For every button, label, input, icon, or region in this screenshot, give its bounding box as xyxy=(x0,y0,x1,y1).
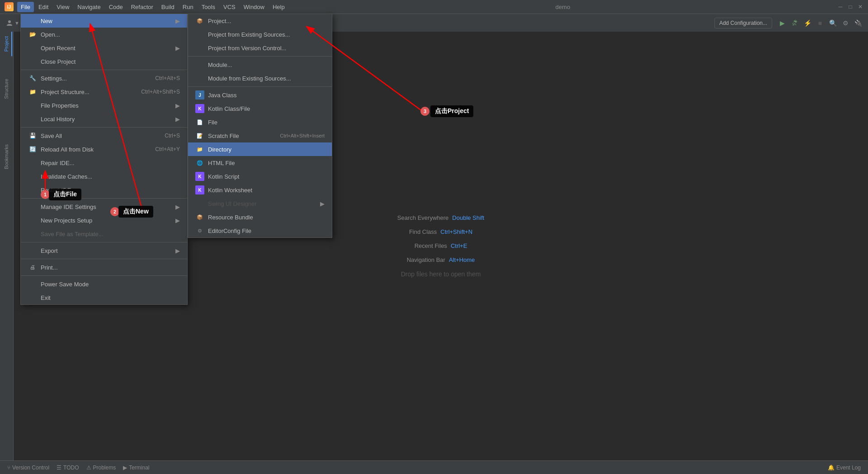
drop-files-label: Drop files here to open them xyxy=(401,270,481,278)
add-configuration-button[interactable]: Add Configuration... xyxy=(714,18,772,28)
menu-edit[interactable]: Edit xyxy=(35,2,52,12)
file-menu-close-project[interactable]: Close Project xyxy=(21,55,187,68)
open-recent-icon xyxy=(28,43,37,52)
file-menu-print[interactable]: 🖨 Print... xyxy=(21,261,187,274)
version-control-tab[interactable]: ⑂ Version Control xyxy=(4,465,53,471)
sidebar-tab-project[interactable]: Project xyxy=(1,32,12,56)
file-menu-file-properties-label: File Properties xyxy=(41,102,79,109)
scratch-shortcut: Ctrl+Alt+Shift+Insert xyxy=(280,133,325,138)
file-menu-new-projects-setup[interactable]: New Projects Setup ▶ xyxy=(21,213,187,227)
menu-code[interactable]: Code xyxy=(105,2,127,12)
menu-refactor[interactable]: Refactor xyxy=(127,2,157,12)
new-submenu-swing[interactable]: Swing UI Designer ▶ xyxy=(188,197,332,210)
project-vcs-icon xyxy=(195,43,204,52)
new-submenu-dropdown: 📦 Project... Project from Existing Sourc… xyxy=(188,14,332,238)
file-menu-save-as-template[interactable]: Save File as Template... xyxy=(21,227,187,241)
file-menu-repair-ide[interactable]: Repair IDE... xyxy=(21,156,187,170)
settings-button[interactable]: ⚙ xyxy=(839,17,852,29)
file-menu-reload-all[interactable]: 🔄 Reload All from Disk Ctrl+Alt+Y xyxy=(21,142,187,156)
new-submenu-html-label: HTML File xyxy=(208,160,235,166)
new-submenu-project-vcs[interactable]: Project from Version Control... xyxy=(188,41,332,55)
menu-file[interactable]: File xyxy=(17,2,34,12)
restart-icon xyxy=(28,185,37,194)
terminal-tab[interactable]: ▶ Terminal xyxy=(119,465,153,471)
new-submenu-kotlin-worksheet[interactable]: K Kotlin Worksheet xyxy=(188,183,332,197)
navigation-bar-label: Navigation Bar xyxy=(407,256,445,263)
status-bar: ⑂ Version Control ☰ TODO ⚠ Problems ▶ Te… xyxy=(0,460,868,474)
new-submenu-scratch[interactable]: 📝 Scratch File Ctrl+Alt+Shift+Insert xyxy=(188,129,332,142)
file-menu-dropdown: New ▶ 📂 Open... Open Recent ▶ Close Proj… xyxy=(20,14,188,305)
restore-button[interactable]: □ xyxy=(847,4,854,10)
menu-help[interactable]: Help xyxy=(269,2,288,12)
run-button[interactable]: ▶ xyxy=(776,17,788,29)
new-submenu-html[interactable]: 🌐 HTML File xyxy=(188,156,332,170)
new-submenu-project-existing[interactable]: Project from Existing Sources... xyxy=(188,28,332,41)
event-log-tab[interactable]: 🔔 Event Log xyxy=(824,465,864,471)
reload-shortcut: Ctrl+Alt+Y xyxy=(155,146,180,152)
problems-tab[interactable]: ⚠ Problems xyxy=(83,465,120,471)
close-button[interactable]: ✕ xyxy=(857,4,863,10)
file-menu-restart-ide[interactable]: Restart IDE... xyxy=(21,183,187,197)
file-menu-save-all-label: Save All xyxy=(41,133,62,139)
new-submenu-module-label: Module... xyxy=(208,62,232,68)
file-menu-open[interactable]: 📂 Open... xyxy=(21,28,187,41)
file-menu-project-structure[interactable]: 📁 Project Structure... Ctrl+Alt+Shift+S xyxy=(21,85,187,99)
invalidate-icon xyxy=(28,172,37,181)
new-submenu-java-class[interactable]: J Java Class xyxy=(188,88,332,102)
new-submenu-module[interactable]: Module... xyxy=(188,58,332,71)
project-icon: 📦 xyxy=(195,16,204,25)
new-submenu-module-existing[interactable]: Module from Existing Sources... xyxy=(188,71,332,85)
file-menu-power-save-label: Power Save Mode xyxy=(41,281,89,288)
debug-button[interactable]: ⛐ xyxy=(788,17,801,29)
file-menu-save-all[interactable]: 💾 Save All Ctrl+S xyxy=(21,129,187,142)
menu-window[interactable]: Window xyxy=(240,2,268,12)
file-menu-settings[interactable]: 🔧 Settings... Ctrl+Alt+S xyxy=(21,71,187,85)
new-submenu-editorconfig[interactable]: ⚙ EditorConfig File xyxy=(188,224,332,237)
file-menu-new-label: New xyxy=(41,18,52,24)
new-divider-2 xyxy=(188,86,332,87)
new-submenu-resource-bundle[interactable]: 📦 Resource Bundle xyxy=(188,210,332,224)
file-menu-new[interactable]: New ▶ xyxy=(21,14,187,28)
menu-navigate[interactable]: Navigate xyxy=(74,2,104,12)
new-submenu-project[interactable]: 📦 Project... xyxy=(188,14,332,28)
save-all-shortcut: Ctrl+S xyxy=(165,133,180,139)
directory-icon: 📁 xyxy=(195,145,204,154)
new-submenu-project-existing-label: Project from Existing Sources... xyxy=(208,31,290,38)
module-icon xyxy=(195,60,204,69)
recent-files-shortcut: Ctrl+E xyxy=(451,242,467,249)
plugin-icon[interactable]: 🔌 xyxy=(852,17,864,29)
divider-5 xyxy=(21,259,187,259)
search-everywhere-button[interactable]: 🔍 xyxy=(826,17,839,29)
file-menu-local-history[interactable]: Local History ▶ xyxy=(21,112,187,126)
menu-view[interactable]: View xyxy=(53,2,73,12)
new-submenu-directory[interactable]: 📁 Directory xyxy=(188,142,332,156)
stop-button[interactable]: ■ xyxy=(814,17,826,29)
java-class-icon: J xyxy=(195,90,204,100)
menu-tools[interactable]: Tools xyxy=(198,2,219,12)
menu-vcs[interactable]: VCS xyxy=(220,2,239,12)
sidebar-tab-bookmarks[interactable]: Bookmarks xyxy=(1,140,12,174)
file-menu-power-save[interactable]: Power Save Mode xyxy=(21,277,187,291)
sidebar-tab-structure[interactable]: Structure xyxy=(1,74,12,104)
version-control-label: Version Control xyxy=(12,465,49,471)
new-submenu-kotlin-script[interactable]: K Kotlin Script xyxy=(188,170,332,183)
file-menu-invalidate-caches[interactable]: Invalidate Caches... xyxy=(21,170,187,183)
power-save-icon xyxy=(28,280,37,289)
menu-build[interactable]: Build xyxy=(158,2,178,12)
kotlin-worksheet-icon: K xyxy=(195,185,204,194)
file-menu-open-label: Open... xyxy=(41,31,60,38)
file-menu-open-recent[interactable]: Open Recent ▶ xyxy=(21,41,187,55)
minimize-button[interactable]: ─ xyxy=(837,4,844,10)
file-menu-exit[interactable]: Exit xyxy=(21,291,187,304)
new-submenu-kotlin-class[interactable]: K Kotlin Class/File xyxy=(188,102,332,115)
file-menu-manage-ide[interactable]: Manage IDE Settings ▶ xyxy=(21,200,187,213)
new-submenu-file[interactable]: 📄 File xyxy=(188,115,332,129)
profile-button[interactable]: ⚡ xyxy=(801,17,814,29)
todo-tab[interactable]: ☰ TODO xyxy=(53,465,82,471)
user-menu[interactable]: ▼ xyxy=(4,18,22,28)
menu-run[interactable]: Run xyxy=(179,2,197,12)
file-menu-file-properties[interactable]: File Properties ▶ xyxy=(21,99,187,112)
file-menu-export[interactable]: Export ▶ xyxy=(21,244,187,257)
new-submenu-resource-bundle-label: Resource Bundle xyxy=(208,214,253,221)
project-structure-icon: 📁 xyxy=(28,87,37,96)
